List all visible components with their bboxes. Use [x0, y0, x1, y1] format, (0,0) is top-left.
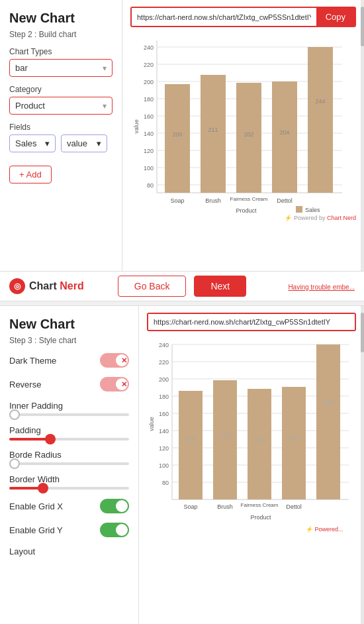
- border-width-slider[interactable]: [9, 487, 129, 490]
- svg-text:Product: Product: [250, 514, 271, 521]
- enable-grid-y-track[interactable]: ✓: [100, 523, 129, 537]
- panel-title-1: New Chart: [9, 11, 113, 26]
- svg-text:100: 100: [144, 165, 154, 172]
- go-back-button-1[interactable]: Go Back: [118, 276, 187, 297]
- chart-type-value: bar: [15, 63, 28, 73]
- field2-value: value: [67, 138, 87, 148]
- inner-padding-label: Inner Padding: [9, 401, 129, 411]
- enable-grid-x-track[interactable]: ✓: [100, 499, 129, 513]
- reverse-toggle[interactable]: ✕: [100, 377, 129, 391]
- enable-grid-y-toggle[interactable]: ✓: [100, 523, 129, 537]
- nav-row-1: ◎ Chart Nerd Go Back Next Having trouble…: [0, 272, 364, 301]
- category-select[interactable]: Product ▾: [9, 97, 113, 115]
- svg-text:180: 180: [144, 96, 154, 103]
- enable-grid-y-check-icon: ✓: [119, 525, 126, 535]
- svg-text:204: 204: [289, 435, 298, 441]
- add-field-button[interactable]: + Add: [9, 166, 52, 183]
- svg-text:value: value: [148, 417, 155, 431]
- svg-text:Dettol: Dettol: [277, 197, 293, 204]
- border-width-thumb[interactable]: [38, 483, 48, 494]
- bar-244: [308, 47, 333, 193]
- svg-text:220: 220: [144, 62, 154, 68]
- brand-name-1: Chart Nerd: [29, 280, 84, 292]
- padding-label: Padding: [9, 425, 129, 435]
- category-group: Category Product ▾: [9, 85, 113, 115]
- padding-group: Padding: [9, 425, 129, 441]
- url-input-1[interactable]: [132, 8, 316, 26]
- border-width-label: Border Width: [9, 474, 129, 484]
- chevron-down-icon-3: ▾: [45, 138, 50, 148]
- dark-theme-toggle[interactable]: ✕: [100, 353, 129, 368]
- svg-text:Soap: Soap: [183, 503, 197, 510]
- copy-button-1[interactable]: Copy: [316, 8, 355, 26]
- left-panel-build: New Chart Step 2 : Build chart Chart Typ…: [0, 0, 122, 271]
- chart-preview-2: 240 220 200 180 160 140 120 100 80 value…: [147, 338, 356, 624]
- url-input-2[interactable]: [148, 314, 355, 330]
- chevron-down-icon-2: ▾: [103, 101, 107, 111]
- svg-text:211: 211: [220, 432, 230, 439]
- bar-chart-svg-1: 240 220 200 180 160 140 120 100 80 value…: [130, 34, 349, 219]
- inner-padding-thumb[interactable]: [9, 409, 20, 420]
- scroll-thumb-2[interactable]: [361, 313, 364, 352]
- svg-text:202: 202: [254, 437, 264, 444]
- scrollbar-2[interactable]: [361, 306, 364, 624]
- step-label-2: Step 3 : Style chart: [9, 336, 129, 345]
- section2-style-chart: New Chart Step 3 : Style chart Dark Them…: [0, 306, 364, 624]
- scroll-thumb-1[interactable]: [361, 7, 364, 46]
- svg-text:240: 240: [144, 44, 154, 51]
- svg-text:Dettol: Dettol: [286, 503, 302, 510]
- border-width-group: Border Width: [9, 474, 129, 490]
- reverse-row: Reverse ✕: [9, 377, 129, 391]
- svg-text:240: 240: [159, 342, 169, 348]
- scrollbar-1[interactable]: [361, 0, 364, 271]
- svg-rect-31: [296, 206, 302, 213]
- dark-theme-row: Dark Theme ✕: [9, 353, 129, 368]
- svg-text:Brush: Brush: [205, 197, 221, 204]
- svg-text:Fairness Cream: Fairness Cream: [241, 502, 279, 508]
- bar-soap: [165, 84, 190, 193]
- panel-title-2: New Chart: [9, 317, 129, 332]
- svg-text:200: 200: [159, 376, 169, 383]
- next-button-1[interactable]: Next: [194, 276, 246, 297]
- svg-text:120: 120: [159, 445, 169, 452]
- svg-text:244: 244: [323, 399, 333, 405]
- footer-nav-1: Go Back Next: [118, 276, 247, 297]
- svg-text:180: 180: [159, 393, 169, 400]
- dark-theme-track[interactable]: ✕: [100, 353, 129, 368]
- enable-grid-x-check-icon: ✓: [119, 501, 126, 511]
- border-radius-slider[interactable]: [9, 462, 129, 465]
- chart-type-select[interactable]: bar ▾: [9, 59, 113, 77]
- category-value: Product: [15, 101, 45, 111]
- svg-text:160: 160: [159, 411, 169, 417]
- brand-icon-1: ◎: [9, 278, 25, 294]
- border-radius-thumb[interactable]: [9, 458, 20, 469]
- reverse-track[interactable]: ✕: [100, 377, 129, 391]
- bar-chart-svg-2: 240 220 200 180 160 140 120 100 80 value…: [147, 338, 352, 543]
- field1-select[interactable]: Sales ▾: [9, 134, 56, 152]
- enable-grid-x-toggle[interactable]: ✓: [100, 499, 129, 513]
- svg-text:Brush: Brush: [217, 503, 233, 510]
- svg-text:202: 202: [244, 131, 253, 138]
- svg-text:211: 211: [208, 127, 218, 133]
- svg-rect-62: [316, 344, 340, 499]
- border-radius-group: Borde Radius: [9, 450, 129, 465]
- svg-text:140: 140: [144, 130, 154, 137]
- enable-grid-y-label: Enable Grid Y: [9, 525, 63, 535]
- step-label-1: Step 2 : Build chart: [9, 30, 113, 39]
- field1-value: Sales: [15, 138, 37, 148]
- right-panel-build: Copy 240 220 200: [122, 0, 364, 271]
- padding-slider[interactable]: [9, 438, 129, 441]
- svg-text:200: 200: [185, 435, 195, 442]
- chart-types-group: Chart Types bar ▾: [9, 47, 113, 77]
- brand-footer-1: ◎ Chart Nerd: [9, 278, 118, 294]
- svg-rect-60: [282, 387, 306, 499]
- svg-rect-54: [179, 391, 203, 499]
- svg-rect-56: [213, 380, 237, 499]
- padding-thumb[interactable]: [45, 434, 56, 444]
- inner-padding-slider[interactable]: [9, 413, 129, 416]
- field2-select[interactable]: value ▾: [61, 134, 107, 152]
- url-bar-1: Copy: [130, 7, 356, 27]
- bar-dettol: [272, 81, 297, 193]
- section1-build-chart: New Chart Step 2 : Build chart Chart Typ…: [0, 0, 364, 272]
- svg-text:80: 80: [162, 480, 169, 486]
